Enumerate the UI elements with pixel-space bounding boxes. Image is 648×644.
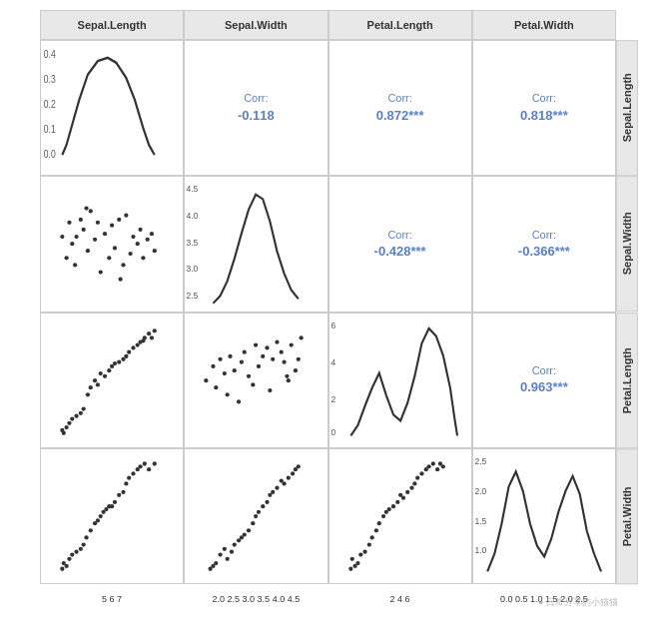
corr-r0c2: Corr: 0.872*** <box>376 91 424 125</box>
svg-point-15 <box>131 235 135 239</box>
cell-r1c3: Corr: -0.366*** <box>472 176 616 312</box>
svg-text:2.5: 2.5 <box>474 455 486 465</box>
svg-point-52 <box>127 349 131 353</box>
svg-point-17 <box>70 242 74 246</box>
svg-text:3.5: 3.5 <box>187 238 199 248</box>
svg-point-31 <box>150 232 154 236</box>
svg-point-81 <box>124 481 128 485</box>
grid-col-1: Corr: -0.118 4.5 4.0 3.5 3.0 2.5 <box>184 40 327 584</box>
scatter-r2c0 <box>41 314 183 447</box>
svg-point-13 <box>117 218 121 222</box>
svg-point-37 <box>67 420 71 424</box>
svg-point-53 <box>131 345 135 349</box>
svg-point-143 <box>283 481 287 485</box>
svg-point-172 <box>415 475 419 479</box>
svg-point-41 <box>79 410 83 414</box>
svg-point-119 <box>251 382 255 386</box>
col-headers: Sepal.Length Sepal.Width Petal.Length Pe… <box>40 10 616 40</box>
svg-point-160 <box>362 549 366 553</box>
svg-point-149 <box>240 535 244 539</box>
svg-point-80 <box>121 490 125 494</box>
svg-point-158 <box>349 556 353 560</box>
svg-point-25 <box>141 256 145 260</box>
cell-r0c3: Corr: 0.818*** <box>472 40 616 176</box>
svg-point-161 <box>366 542 370 546</box>
cell-r2c1 <box>184 313 327 448</box>
corr-r0c1: Corr: -0.118 <box>238 91 275 125</box>
svg-point-170 <box>409 485 413 489</box>
col-header-1: Sepal.Width <box>184 10 327 40</box>
svg-point-33 <box>60 235 64 239</box>
svg-text:4.5: 4.5 <box>187 184 199 194</box>
svg-text:0.4: 0.4 <box>44 49 56 60</box>
grid-rows: 0.4 0.3 0.2 0.1 0.0 <box>40 40 638 584</box>
svg-text:4.0: 4.0 <box>187 211 199 221</box>
svg-point-38 <box>62 430 66 434</box>
svg-point-23 <box>128 252 132 256</box>
svg-point-36 <box>64 424 68 428</box>
svg-point-164 <box>380 514 384 518</box>
svg-point-59 <box>153 328 157 332</box>
svg-text:1.5: 1.5 <box>474 515 486 525</box>
svg-point-5 <box>67 221 71 225</box>
svg-point-69 <box>74 549 78 553</box>
svg-point-162 <box>369 535 373 539</box>
cell-r0c1: Corr: -0.118 <box>184 40 327 176</box>
svg-point-22 <box>121 264 125 268</box>
svg-point-171 <box>412 481 416 485</box>
row-labels: Sepal.Length Sepal.Width Petal.Length Pe… <box>616 40 638 584</box>
svg-point-103 <box>243 349 247 353</box>
svg-point-173 <box>419 471 423 475</box>
svg-point-106 <box>257 363 261 367</box>
svg-text:6: 6 <box>330 320 335 329</box>
density-sepal-length: 0.4 0.3 0.2 0.1 0.0 <box>41 41 183 175</box>
x-axis-col2: 2 4 6 <box>328 584 472 614</box>
x-axis-col0: 5 6 7 <box>40 584 184 614</box>
svg-point-66 <box>62 561 66 565</box>
svg-point-32 <box>153 249 157 253</box>
svg-point-78 <box>113 500 117 504</box>
svg-point-148 <box>230 549 234 553</box>
svg-point-136 <box>257 509 261 513</box>
svg-point-157 <box>355 561 359 565</box>
svg-point-144 <box>287 475 291 479</box>
cell-r0c2: Corr: 0.872*** <box>328 40 472 176</box>
svg-point-110 <box>276 339 280 343</box>
col-header-3: Petal.Width <box>472 10 616 40</box>
svg-point-182 <box>397 492 401 496</box>
svg-point-135 <box>254 514 258 518</box>
svg-point-24 <box>136 242 140 246</box>
svg-point-27 <box>64 256 68 260</box>
svg-point-128 <box>223 546 227 550</box>
svg-point-46 <box>103 373 107 377</box>
cell-r3c2 <box>328 448 472 584</box>
scatter-r3c1 <box>185 449 326 583</box>
svg-point-82 <box>127 475 131 479</box>
svg-text:0.1: 0.1 <box>44 125 56 136</box>
row-label-0: Sepal.Length <box>616 40 638 176</box>
cell-r3c3: 2.5 2.0 1.5 1.0 <box>472 448 616 584</box>
svg-point-90 <box>99 514 103 518</box>
svg-point-137 <box>261 504 265 508</box>
svg-point-147 <box>297 464 301 468</box>
svg-point-57 <box>147 331 151 335</box>
svg-point-150 <box>212 564 216 568</box>
svg-text:1.0: 1.0 <box>474 545 486 555</box>
svg-point-8 <box>79 218 83 222</box>
scatter-r3c2 <box>329 449 471 583</box>
svg-point-121 <box>287 377 291 381</box>
svg-point-138 <box>266 500 270 504</box>
svg-point-42 <box>82 406 86 410</box>
svg-point-175 <box>426 464 430 468</box>
svg-point-155 <box>348 566 352 570</box>
svg-point-163 <box>376 521 380 525</box>
svg-point-51 <box>124 353 128 357</box>
corr-r2c3: Corr: 0.963*** <box>520 363 568 397</box>
svg-point-180 <box>373 528 377 532</box>
svg-point-18 <box>86 249 90 253</box>
svg-text:2.5: 2.5 <box>187 291 199 301</box>
cell-r2c0 <box>40 313 184 448</box>
svg-point-129 <box>226 556 230 560</box>
cell-r3c0 <box>40 448 184 584</box>
x-axis-col1: 2.0 2.5 3.0 3.5 4.0 4.5 <box>184 584 327 614</box>
